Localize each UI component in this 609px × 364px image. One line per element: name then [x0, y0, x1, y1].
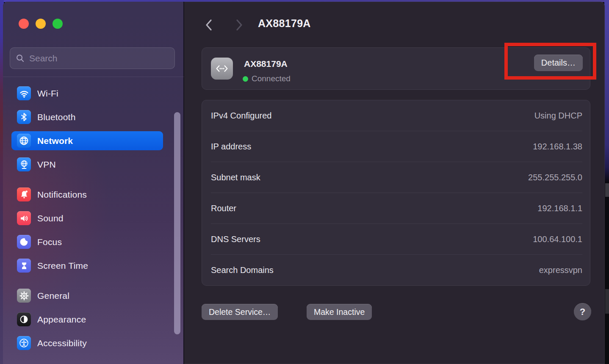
- sidebar-item-label: Appearance: [37, 314, 86, 325]
- minimize-button[interactable]: [36, 19, 46, 29]
- system-settings-window: Wi-Fi Bluetooth: [3, 2, 605, 364]
- settings-row-label: Router: [211, 204, 236, 213]
- gear-icon: [17, 289, 31, 303]
- accessibility-icon: [17, 336, 31, 350]
- sidebar-item-bluetooth[interactable]: Bluetooth: [11, 108, 163, 127]
- sidebar-item-label: Notifications: [37, 190, 87, 200]
- sidebar-item-wifi[interactable]: Wi-Fi: [11, 84, 163, 103]
- forward-button[interactable]: [233, 18, 245, 32]
- bell-icon: [17, 188, 31, 201]
- settings-row: Router 192.168.1.1: [211, 193, 582, 224]
- page-title: AX88179A: [258, 17, 311, 30]
- appearance-icon: [17, 312, 31, 326]
- delete-service-button[interactable]: Delete Service…: [202, 304, 278, 320]
- chevron-right-icon: [235, 19, 244, 31]
- sidebar-item-label: Sound: [37, 213, 64, 223]
- sidebar-item-label: Network: [37, 136, 73, 146]
- network-settings-card: IPv4 Configured Using DHCP IP address 19…: [202, 100, 590, 286]
- help-button[interactable]: ?: [574, 303, 591, 320]
- settings-row-label: DNS Servers: [211, 234, 260, 244]
- device-card: AX88179A Connected Details…: [202, 47, 590, 90]
- settings-row: Search Domains expressvpn: [211, 255, 582, 285]
- ethernet-adapter-icon: [211, 58, 233, 80]
- settings-row-value: Using DHCP: [534, 111, 582, 121]
- moon-icon: [17, 235, 31, 249]
- chevron-left-icon: [204, 19, 213, 31]
- vpn-globe-icon: [17, 157, 31, 171]
- back-button[interactable]: [203, 18, 215, 32]
- sidebar-item-screen-time[interactable]: Screen Time: [11, 256, 163, 275]
- search-icon: [15, 53, 25, 63]
- settings-row: IP address 192.168.1.38: [211, 131, 582, 162]
- sidebar-item-label: Bluetooth: [37, 112, 76, 122]
- sidebar-item-general[interactable]: General: [11, 286, 163, 305]
- background-window-fragment: [605, 289, 609, 314]
- sidebar-item-accessibility[interactable]: Accessibility: [11, 334, 163, 353]
- sidebar-item-label: Focus: [37, 237, 62, 247]
- connected-status-dot: [243, 76, 248, 82]
- settings-row-value: 192.168.1.1: [537, 204, 582, 213]
- sidebar-item-label: Wi-Fi: [37, 88, 58, 99]
- settings-row-label: IP address: [211, 142, 251, 152]
- nav-group-connectivity: Wi-Fi Bluetooth: [11, 84, 163, 174]
- make-inactive-button[interactable]: Make Inactive: [307, 304, 372, 320]
- sidebar-item-appearance[interactable]: Appearance: [11, 310, 163, 329]
- speaker-icon: [17, 211, 31, 225]
- sidebar-item-label: VPN: [37, 160, 56, 170]
- sidebar-divider: [3, 77, 184, 77]
- sidebar-item-notifications[interactable]: Notifications: [11, 185, 163, 204]
- connected-status-label: Connected: [252, 74, 291, 83]
- settings-row: IPv4 Configured Using DHCP: [211, 100, 582, 131]
- sidebar-item-label: General: [37, 291, 69, 301]
- screenshot-stage: Wi-Fi Bluetooth: [0, 0, 609, 364]
- settings-row: Subnet mask 255.255.255.0: [211, 162, 582, 193]
- bluetooth-icon: [17, 110, 31, 124]
- details-button[interactable]: Details…: [534, 55, 583, 71]
- sidebar-item-network[interactable]: Network: [11, 131, 163, 150]
- settings-row-label: Subnet mask: [211, 173, 260, 182]
- settings-row-value: expressvpn: [539, 265, 582, 275]
- wifi-icon: [17, 86, 31, 100]
- device-status: Connected: [243, 74, 291, 83]
- settings-row: DNS Servers 100.64.100.1: [211, 224, 582, 255]
- settings-row-value: 255.255.255.0: [528, 173, 582, 182]
- hourglass-icon: [17, 259, 31, 273]
- search-input[interactable]: [29, 53, 169, 63]
- settings-row-label: Search Domains: [211, 265, 274, 275]
- sidebar-nav: Wi-Fi Bluetooth: [11, 84, 163, 364]
- main-panel: AX88179A AX88179A Connected: [185, 2, 605, 364]
- nav-group-general: General Appearance: [11, 286, 163, 353]
- device-name: AX88179A: [244, 59, 288, 69]
- sidebar-scrollbar[interactable]: [174, 112, 180, 334]
- sidebar-item-label: Accessibility: [37, 338, 87, 348]
- sidebar-item-vpn[interactable]: VPN: [11, 155, 163, 174]
- sidebar-item-sound[interactable]: Sound: [11, 209, 163, 228]
- settings-row-value: 100.64.100.1: [533, 234, 582, 244]
- network-globe-icon: [17, 134, 31, 148]
- close-button[interactable]: [19, 19, 29, 29]
- sidebar: Wi-Fi Bluetooth: [3, 2, 184, 364]
- search-field[interactable]: [10, 47, 175, 69]
- settings-row-label: IPv4 Configured: [211, 111, 271, 121]
- settings-row-value: 192.168.1.38: [533, 142, 582, 152]
- sidebar-item-focus[interactable]: Focus: [11, 232, 163, 251]
- sidebar-item-label: Screen Time: [37, 261, 88, 271]
- zoom-button[interactable]: [53, 19, 63, 29]
- background-window-fragment: [605, 183, 609, 197]
- nav-group-system: Notifications Sound: [11, 185, 163, 275]
